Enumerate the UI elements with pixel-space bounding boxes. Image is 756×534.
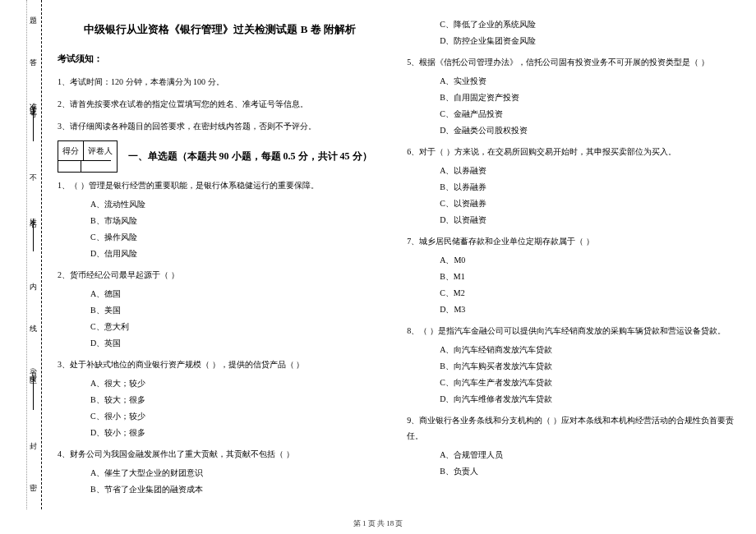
seal-char: 线 <box>30 324 37 334</box>
option: C、M2 <box>440 285 740 302</box>
question-stem: 9、商业银行各业务条线和分支机构的（ ）应对本条线和本机构经营活动的合规性负首要… <box>407 412 740 444</box>
name-label: 姓名 <box>28 212 39 217</box>
province-field: 省（市区） <box>28 363 39 412</box>
section-one-title: 一、单选题（本题共 90 小题，每题 0.5 分，共计 45 分） <box>128 147 372 166</box>
option: C、以资融券 <box>440 196 740 212</box>
option: D、较小；很多 <box>90 425 382 441</box>
option: B、自用固定资产投资 <box>440 90 740 106</box>
score-header: 得分 <box>58 141 84 160</box>
field-underline <box>33 219 34 251</box>
option: C、很小；较少 <box>90 408 382 425</box>
option: D、向汽车维修者发放汽车贷款 <box>440 391 740 407</box>
option: A、以券融资 <box>440 163 740 179</box>
field-underline <box>33 377 34 410</box>
field-underline <box>33 108 34 141</box>
option: A、M0 <box>440 252 740 269</box>
question-stem: 3、处于补缺式地位的商业银行资产规模（ ），提供的信贷产品（ ） <box>58 357 382 372</box>
option: B、市场风险 <box>90 213 382 229</box>
score-table: 得分 评卷人 <box>58 140 118 173</box>
question-stem: 2、货币经纪公司最早起源于（ ） <box>58 267 382 283</box>
seal-char: 题 <box>30 16 37 26</box>
score-cell <box>58 160 81 172</box>
exam-title: 中级银行从业资格《银行管理》过关检测试题 B 卷 附解析 <box>58 20 382 40</box>
name-field: 姓名 <box>28 212 39 253</box>
option: B、较大；很多 <box>90 392 382 408</box>
question-stem: 1、（ ）管理是银行经营的重要职能，是银行体系稳健运行的重要保障。 <box>58 177 382 193</box>
option: D、英国 <box>90 335 382 352</box>
grader-cell <box>81 160 111 172</box>
option: A、向汽车经销商发放汽车贷款 <box>440 342 740 358</box>
seal-char: 密 <box>30 483 37 494</box>
notice-item: 1、考试时间：120 分钟，本卷满分为 100 分。 <box>58 74 382 90</box>
option: D、以资融资 <box>440 212 740 228</box>
question-stem: 5、根据《信托公司管理办法》，信托公司固有投资业务不可开展的投资类型是（ ） <box>407 54 740 70</box>
option: A、合规管理人员 <box>440 447 740 463</box>
option: B、负责人 <box>440 463 740 480</box>
question-stem: 7、城乡居民储蓄存款和企业单位定期存款属于（ ） <box>407 233 740 249</box>
option: D、M3 <box>440 302 740 318</box>
question-stem: 4、财务公司为我国金融发展作出了重大贡献，其贡献不包括（ ） <box>58 446 382 462</box>
seal-char: 答 <box>30 58 37 68</box>
option: C、降低了企业的系统风险 <box>440 16 740 33</box>
option: D、防控企业集团资金风险 <box>440 33 740 49</box>
page-content: 中级银行从业资格《银行管理》过关检测试题 B 卷 附解析 考试须知： 1、考试时… <box>0 0 756 509</box>
option: B、向汽车购买者发放汽车贷款 <box>440 358 740 375</box>
option: B、节省了企业集团的融资成本 <box>90 481 382 498</box>
question-stem: 6、对于（ ）方来说，在交易所回购交易开始时，其申报买卖部位为买入。 <box>407 144 740 159</box>
option: D、信用风险 <box>90 246 382 262</box>
option: D、金融类公司股权投资 <box>440 122 740 139</box>
option: A、实业投资 <box>440 73 740 90</box>
option: A、很大；较少 <box>90 375 382 392</box>
question-stem: 8、（ ）是指汽车金融公司可以提供向汽车经销商发放的采购车辆贷款和营运设备贷款。 <box>407 323 740 338</box>
column-right: C、降低了企业的系统风险 D、防控企业集团资金风险 5、根据《信托公司管理办法》… <box>407 8 740 509</box>
page-footer: 第 1 页 共 18 页 <box>0 518 756 529</box>
ticket-field: 准考证号 <box>28 97 39 143</box>
notice-item: 3、请仔细阅读各种题目的回答要求，在密封线内答题，否则不予评分。 <box>58 118 382 134</box>
option: A、催生了大型企业的财团意识 <box>90 465 382 481</box>
option: A、德国 <box>90 286 382 302</box>
column-left: 中级银行从业资格《银行管理》过关检测试题 B 卷 附解析 考试须知： 1、考试时… <box>49 8 382 509</box>
option: C、金融产品投资 <box>440 106 740 122</box>
binding-margin: 题 答 准考证号 不 姓名 内 线 省（市区） 封 密 <box>16 0 49 509</box>
option: C、意大利 <box>90 319 382 335</box>
province-label: 省（市区） <box>28 363 39 375</box>
grader-header: 评卷人 <box>84 141 117 160</box>
seal-char: 内 <box>30 282 37 292</box>
ticket-label: 准考证号 <box>28 97 39 107</box>
option: C、向汽车生产者发放汽车贷款 <box>440 375 740 391</box>
option: B、美国 <box>90 302 382 319</box>
option: B、以券融券 <box>440 179 740 196</box>
seal-char: 不 <box>30 173 37 183</box>
option: B、M1 <box>440 269 740 285</box>
seal-char: 封 <box>30 441 37 452</box>
option: A、流动性风险 <box>90 196 382 213</box>
option: C、操作风险 <box>90 229 382 246</box>
notice-item: 2、请首先按要求在试卷的指定位置填写您的姓名、准考证号等信息。 <box>58 96 382 112</box>
notice-heading: 考试须知： <box>58 50 382 67</box>
